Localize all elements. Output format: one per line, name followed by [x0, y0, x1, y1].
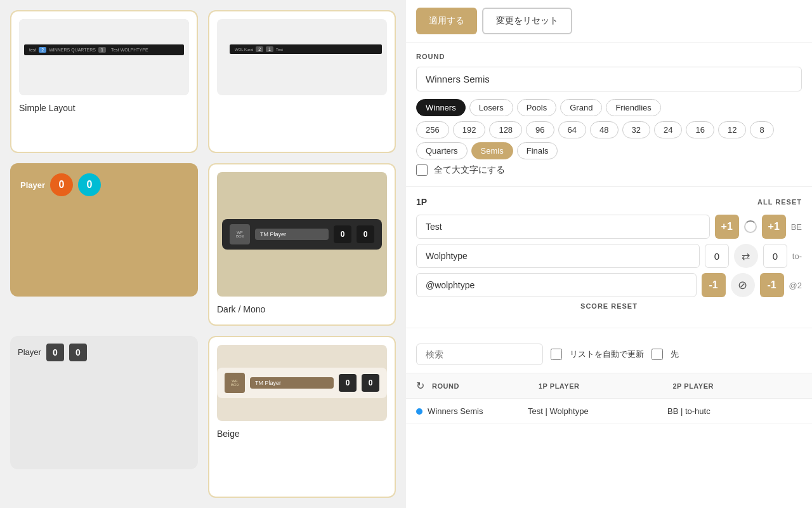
tag-12[interactable]: 12 — [718, 121, 746, 138]
table-body: Winners Semis Test | Wolphtype BB | to-h… — [406, 399, 812, 424]
tag-minus-button-2[interactable]: -1 — [760, 273, 784, 297]
apply-button[interactable]: 適用する — [416, 8, 477, 34]
beige-score-1: 0 — [339, 374, 357, 392]
second-layout-card[interactable]: WOL Kurai 2 1 Test — [208, 10, 396, 153]
player-team-input[interactable] — [416, 244, 700, 268]
tag-8[interactable]: 8 — [750, 121, 773, 138]
beige-logo-icon: WF BO3 — [225, 373, 245, 393]
priority-checkbox[interactable] — [652, 349, 663, 360]
dm-player-tag: TM Player — [255, 229, 329, 240]
loading-spinner — [744, 220, 757, 233]
be-label: BE — [791, 222, 802, 232]
second-layout-preview: WOL Kurai 2 1 Test — [217, 19, 387, 95]
round-input[interactable] — [416, 67, 802, 91]
left-panel: test 2 WINNERS QUARTERS 1 Test WOLPHTYPE… — [0, 0, 406, 508]
all-reset-label: ALL RESET — [757, 198, 802, 206]
player-score-row: 0 ⇄ 0 to- — [416, 244, 802, 268]
col-1p-header: 1P PLAYER — [539, 382, 668, 390]
right-panel: 適用する 変更をリセット ROUND Winners Losers Pools … — [406, 0, 812, 508]
simple-layout-label: Simple Layout — [19, 100, 189, 116]
col-2p-header: 2P PLAYER — [673, 382, 802, 390]
tag-64[interactable]: 64 — [558, 121, 586, 138]
search-section: リストを自動で更新 先 — [406, 336, 812, 373]
name-plus-button[interactable]: +1 — [715, 215, 739, 239]
auto-update-checkbox[interactable] — [551, 349, 562, 360]
to-label: to- — [792, 251, 802, 261]
player-header: 1P ALL RESET — [416, 197, 802, 207]
player-name-input[interactable] — [416, 215, 710, 239]
refresh-icon[interactable]: ↻ — [416, 380, 424, 392]
tan-layout-card: Player 0 0 — [10, 163, 198, 297]
player-1-label: 1P — [416, 197, 427, 207]
tag-48[interactable]: 48 — [590, 121, 618, 138]
priority-label: 先 — [671, 349, 679, 360]
beige-preview: WF BO3 TM Player 0 0 — [217, 345, 387, 421]
tag-finals[interactable]: Finals — [517, 142, 558, 159]
dm-score-1: 0 — [334, 225, 351, 243]
tag-semis[interactable]: Semis — [471, 142, 513, 159]
dm-logo-icon: WF BO3 — [230, 224, 250, 244]
tag-96[interactable]: 96 — [526, 121, 554, 138]
tan-player-label: Player — [20, 180, 45, 190]
tag-winners[interactable]: Winners — [416, 99, 466, 116]
player-tag-input[interactable] — [416, 273, 697, 297]
round-number-tags: 256 192 128 96 64 48 32 24 16 12 8 Quart… — [416, 121, 802, 159]
dm-score-2: 0 — [357, 225, 374, 243]
tag-grand[interactable]: Grand — [560, 99, 602, 116]
round-type-tags: Winners Losers Pools Grand Friendlies — [416, 99, 802, 116]
gray-player-row: Player 0 0 — [18, 344, 190, 361]
score-reset-label: SCORE RESET — [416, 302, 802, 310]
tag-pools[interactable]: Pools — [517, 99, 557, 116]
uppercase-checkbox[interactable] — [416, 164, 428, 176]
tan-player-row: Player 0 0 — [20, 173, 188, 196]
dark-mono-card[interactable]: WF BO3 TM Player 0 0 Dark / Mono — [208, 163, 396, 325]
tan-score-2: 0 — [78, 173, 101, 196]
table-row[interactable]: Winners Semis Test | Wolphtype BB | to-h… — [406, 399, 812, 424]
simple-layout-preview: test 2 WINNERS QUARTERS 1 Test WOLPHTYPE — [19, 19, 189, 95]
table-header: ↻ ROUND 1P PLAYER 2P PLAYER — [406, 373, 812, 399]
dark-mono-label: Dark / Mono — [217, 302, 387, 317]
auto-update-label: リストを自動で更新 — [570, 349, 644, 360]
score-display-2: 0 — [763, 244, 787, 268]
tag-32[interactable]: 32 — [622, 121, 650, 138]
player-name-row: +1 +1 BE — [416, 215, 802, 239]
at-label: @2 — [789, 281, 802, 290]
round-section: ROUND Winners Losers Pools Grand Friendl… — [406, 43, 812, 187]
player-section: 1P ALL RESET +1 +1 BE 0 ⇄ 0 to- -1 ⊘ -1 … — [406, 187, 812, 320]
search-input[interactable] — [416, 344, 543, 365]
active-dot — [416, 408, 422, 415]
tag-256[interactable]: 256 — [416, 121, 449, 138]
section-divider — [406, 328, 812, 328]
col-round-header: ROUND — [432, 382, 534, 390]
player-tag-row: -1 ⊘ -1 @2 — [416, 273, 802, 297]
row-player1: Test | Wolphtype — [528, 406, 662, 416]
gray-score-2: 0 — [69, 344, 87, 361]
tag-losers[interactable]: Losers — [469, 99, 513, 116]
tag-friendlies[interactable]: Friendlies — [606, 99, 660, 116]
tag-16[interactable]: 16 — [686, 121, 714, 138]
tag-quarters[interactable]: Quarters — [416, 142, 468, 159]
tag-24[interactable]: 24 — [654, 121, 682, 138]
beige-card[interactable]: WF BO3 TM Player 0 0 Beige — [208, 336, 396, 498]
gray-score-1: 0 — [46, 344, 64, 361]
row-round: Winners Semis — [428, 406, 523, 416]
second-layout-label — [217, 100, 387, 105]
tag-minus-button-1[interactable]: -1 — [702, 273, 726, 297]
round-label: ROUND — [416, 53, 802, 60]
swap-button[interactable]: ⇄ — [734, 244, 758, 268]
beige-player-tag: TM Player — [250, 377, 334, 389]
beige-score-2: 0 — [362, 374, 379, 392]
name-plus-button-2p[interactable]: +1 — [762, 215, 786, 239]
beige-label: Beige — [217, 426, 387, 441]
dark-mono-preview: WF BO3 TM Player 0 0 — [217, 172, 387, 296]
gray-layout-card: Player 0 0 — [10, 336, 198, 469]
tag-192[interactable]: 192 — [453, 121, 486, 138]
reset-button[interactable]: 変更をリセット — [482, 8, 572, 34]
action-buttons: 適用する 変更をリセット — [406, 0, 812, 43]
clear-button[interactable]: ⊘ — [731, 273, 755, 297]
tag-128[interactable]: 128 — [489, 121, 522, 138]
uppercase-label: 全て大文字にする — [434, 164, 505, 176]
gray-player-label: Player — [18, 347, 41, 357]
simple-layout-card[interactable]: test 2 WINNERS QUARTERS 1 Test WOLPHTYPE… — [10, 10, 198, 153]
row-player2: BB | to-hutc — [667, 406, 802, 416]
